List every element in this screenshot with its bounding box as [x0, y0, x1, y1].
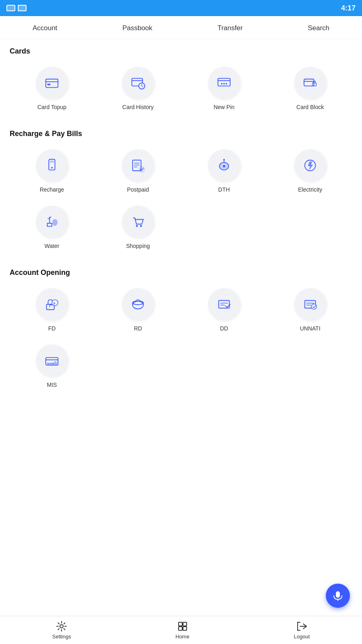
recharge-icon-circle — [36, 149, 68, 182]
recharge-label: Recharge — [40, 186, 64, 193]
shopping-item[interactable]: Shopping — [96, 201, 180, 254]
content-area: Cards Card Topup — [0, 39, 362, 436]
card-history-label: Card History — [122, 104, 154, 110]
svg-point-43 — [311, 304, 317, 309]
shopping-label: Shopping — [126, 243, 150, 249]
svg-point-16 — [51, 167, 53, 169]
rd-icon — [130, 297, 146, 312]
shopping-icon — [130, 214, 146, 229]
recharge-icon — [44, 158, 60, 173]
mis-item[interactable]: BANKO MIS — [10, 340, 94, 393]
card-history-icon-circle — [122, 67, 154, 99]
svg-point-50 — [60, 625, 63, 628]
logout-nav-label: Logout — [294, 634, 310, 640]
postpaid-item[interactable]: Postpaid — [96, 144, 180, 198]
mis-icon-circle: BANKO — [36, 345, 68, 377]
card-topup-item[interactable]: Card Topup — [10, 62, 94, 115]
settings-nav-label: Settings — [52, 634, 71, 640]
svg-rect-53 — [179, 627, 182, 630]
svg-point-29 — [140, 225, 142, 227]
fd-label: FD — [48, 325, 56, 332]
card-topup-icon-circle — [36, 67, 68, 99]
card-block-item[interactable]: Card Block — [268, 62, 352, 115]
cards-section: Cards Card Topup — [0, 39, 362, 115]
fd-item[interactable]: $ FD — [10, 283, 94, 336]
account-opening-title: Account Opening — [10, 268, 352, 277]
account-opening-section: Account Opening $ FD — [0, 260, 362, 393]
svg-rect-52 — [183, 622, 187, 626]
top-nav: Account Passbook Transfer Search — [0, 16, 362, 39]
card-block-icon — [302, 75, 318, 91]
status-icons — [6, 5, 27, 11]
fd-icon: $ — [44, 297, 60, 312]
home-nav-item[interactable]: Home — [175, 621, 189, 640]
nav-transfer[interactable]: Transfer — [214, 23, 246, 34]
unnati-label: UNNATI — [300, 325, 320, 332]
dth-item[interactable]: DTH — [182, 144, 266, 198]
home-nav-label: Home — [175, 634, 189, 640]
status-time: 4:17 — [341, 4, 356, 12]
svg-rect-15 — [50, 161, 54, 163]
electricity-item[interactable]: Electricity — [268, 144, 352, 198]
icon-1 — [6, 5, 15, 11]
settings-nav-item[interactable]: Settings — [52, 621, 71, 640]
svg-point-33 — [133, 301, 144, 309]
recharge-section: Recharge & Pay Bills Recharge — [0, 122, 362, 254]
dth-icon — [216, 158, 232, 173]
svg-rect-54 — [183, 627, 187, 630]
svg-point-21 — [139, 166, 145, 172]
nav-search[interactable]: Search — [304, 23, 333, 34]
svg-rect-2 — [47, 84, 51, 85]
status-bar: 4:17 — [0, 0, 362, 16]
new-pin-item[interactable]: New Pin — [182, 62, 266, 115]
logout-icon — [296, 621, 307, 632]
recharge-title: Recharge & Pay Bills — [10, 130, 352, 138]
svg-rect-48 — [336, 591, 340, 598]
unnati-icon-circle — [294, 288, 326, 320]
shopping-icon-circle — [122, 206, 154, 238]
settings-icon — [56, 621, 67, 632]
postpaid-icon-circle — [122, 149, 154, 182]
card-block-icon-circle — [294, 67, 326, 99]
rd-icon-circle — [122, 288, 154, 320]
cards-title: Cards — [10, 47, 352, 56]
svg-point-10 — [226, 83, 227, 85]
card-history-item[interactable]: Card History — [96, 62, 180, 115]
water-icon — [44, 214, 60, 229]
dd-icon — [216, 297, 232, 312]
svg-point-8 — [221, 83, 222, 85]
new-pin-label: New Pin — [214, 104, 234, 110]
svg-point-28 — [136, 225, 138, 227]
recharge-item[interactable]: Recharge — [10, 144, 94, 198]
water-icon-circle — [36, 206, 68, 238]
rd-label: RD — [134, 325, 142, 332]
water-label: Water — [45, 243, 60, 249]
svg-point-26 — [223, 159, 225, 161]
electricity-icon-circle — [294, 149, 326, 182]
svg-point-9 — [223, 83, 225, 85]
water-item[interactable]: Water — [10, 201, 94, 254]
mic-icon — [332, 590, 344, 602]
icon-2 — [18, 5, 27, 11]
card-topup-label: Card Topup — [37, 104, 66, 110]
dth-icon-circle — [208, 149, 240, 182]
dd-item[interactable]: DD — [182, 283, 266, 336]
dth-label: DTH — [218, 186, 230, 193]
postpaid-label: Postpaid — [127, 186, 149, 193]
electricity-label: Electricity — [298, 186, 322, 193]
card-history-icon — [130, 75, 146, 91]
unnati-item[interactable]: UNNATI — [268, 283, 352, 336]
svg-rect-13 — [313, 83, 317, 86]
rd-item[interactable]: RD — [96, 283, 180, 336]
dd-label: DD — [220, 325, 228, 332]
card-block-label: Card Block — [296, 104, 324, 110]
postpaid-icon — [130, 158, 146, 173]
cards-grid: Card Topup Card History — [10, 62, 352, 115]
logout-nav-item[interactable]: Logout — [294, 621, 310, 640]
card-topup-icon — [44, 75, 60, 91]
nav-passbook[interactable]: Passbook — [119, 23, 156, 34]
mis-icon: BANKO — [44, 353, 60, 368]
nav-account[interactable]: Account — [29, 23, 60, 34]
dd-icon-circle — [208, 288, 240, 320]
mic-fab[interactable] — [326, 584, 350, 608]
